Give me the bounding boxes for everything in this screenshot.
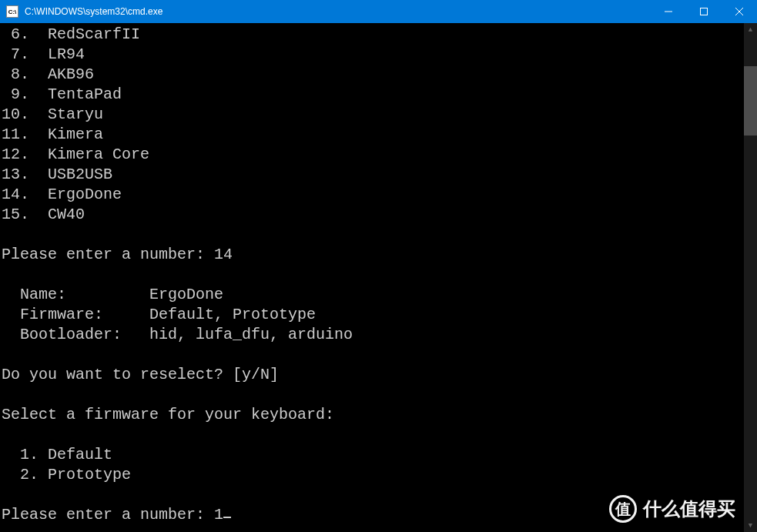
list-item: 13. USB2USB xyxy=(2,166,112,183)
list-item: 2. Prototype xyxy=(2,466,131,483)
watermark: 值 什么值得买 xyxy=(609,495,735,523)
scroll-down-icon[interactable]: ▼ xyxy=(744,519,757,532)
list-item: 9. TentaPad xyxy=(2,85,122,103)
cursor-icon xyxy=(223,517,231,518)
prompt-line: Please enter a number: 1 xyxy=(2,506,231,524)
watermark-text: 什么值得买 xyxy=(643,497,735,521)
info-line: Name: ErgoDone xyxy=(2,286,223,303)
info-line: Firmware: Default, Prototype xyxy=(2,306,316,323)
list-item: 14. ErgoDone xyxy=(2,186,122,203)
svg-rect-1 xyxy=(701,8,708,15)
close-button[interactable] xyxy=(722,0,757,23)
prompt-line: Please enter a number: 14 xyxy=(2,246,233,263)
scroll-up-icon[interactable]: ▲ xyxy=(744,23,757,36)
user-input: 1 xyxy=(214,506,223,524)
window-titlebar: C:\ C:\WINDOWS\system32\cmd.exe xyxy=(0,0,757,23)
list-item: 10. Staryu xyxy=(2,105,103,123)
list-item: 1. Default xyxy=(2,446,112,463)
window-title: C:\WINDOWS\system32\cmd.exe xyxy=(23,6,651,17)
reselect-prompt: Do you want to reselect? [y/N] xyxy=(2,366,279,383)
select-firmware-prompt: Select a firmware for your keyboard: xyxy=(2,406,334,423)
list-item: 6. RedScarfII xyxy=(2,25,140,43)
list-item: 7. LR94 xyxy=(2,45,85,63)
scroll-thumb[interactable] xyxy=(744,66,757,136)
window-controls xyxy=(651,0,757,23)
cmd-icon: C:\ xyxy=(6,5,18,18)
list-item: 8. AKB96 xyxy=(2,65,94,83)
info-line: Bootloader: hid, lufa_dfu, arduino xyxy=(2,326,353,343)
list-item: 15. CW40 xyxy=(2,206,85,223)
watermark-badge-icon: 值 xyxy=(609,495,637,523)
user-input: 14 xyxy=(214,246,233,263)
minimize-button[interactable] xyxy=(651,0,686,23)
scrollbar[interactable]: ▲ ▼ xyxy=(744,23,757,532)
maximize-button[interactable] xyxy=(686,0,722,23)
terminal-output[interactable]: 6. RedScarfII 7. LR94 8. AKB96 9. TentaP… xyxy=(0,23,744,532)
list-item: 12. Kimera Core xyxy=(2,146,149,163)
list-item: 11. Kimera xyxy=(2,125,103,143)
